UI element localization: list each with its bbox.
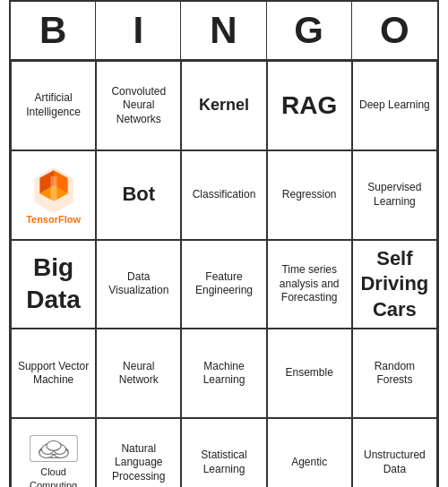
svg-rect-4 [50, 176, 56, 201]
bingo-card: BINGO Artificial IntelligenceConvoluted … [9, 0, 439, 487]
bingo-cell-r4c2: Statistical Learning [181, 418, 266, 487]
bingo-cell-r1c4: Supervised Learning [352, 150, 437, 240]
bingo-letter-b: B [11, 2, 96, 59]
bingo-cell-r1c3: Regression [267, 150, 352, 240]
bingo-cell-r3c0: Support Vector Machine [11, 329, 96, 418]
tensorflow-logo: TensorFlow [26, 166, 81, 225]
bingo-cell-r4c4: Unstructured Data [352, 418, 437, 487]
cell-text-r1c2: Classification [193, 188, 256, 202]
bingo-cell-r3c1: Neural Network [96, 329, 181, 418]
cloud-computing-text: CloudComputing [30, 466, 77, 487]
cell-text-r3c3: Ensemble [286, 366, 333, 380]
cell-text-r2c4: Self Driving Cars [358, 246, 431, 323]
bingo-cell-r2c3: Time series analysis and Forecasting [267, 240, 352, 329]
cell-text-r0c3: RAG [281, 90, 337, 122]
cell-text-r1c1: Bot [122, 182, 155, 208]
cell-text-r4c4: Unstructured Data [358, 449, 431, 476]
cell-text-r1c3: Regression [282, 188, 337, 202]
bingo-cell-r0c2: Kernel [181, 61, 266, 150]
bingo-cell-r3c4: Random Forests [352, 329, 437, 418]
cell-text-r3c0: Support Vector Machine [17, 360, 90, 388]
cell-text-r4c2: Statistical Learning [187, 449, 260, 476]
bingo-cell-r3c3: Ensemble [267, 329, 352, 418]
cell-text-r0c1: Convoluted Neural Networks [102, 85, 175, 127]
bingo-letter-n: N [181, 2, 266, 59]
cell-text-r2c3: Time series analysis and Forecasting [273, 263, 346, 305]
cell-text-r0c4: Deep Learning [359, 98, 430, 113]
bingo-cell-r1c0: TensorFlow [11, 150, 96, 240]
bingo-cell-r3c2: Machine Learning [181, 329, 266, 418]
bingo-cell-r1c2: Classification [181, 150, 266, 240]
cell-text-r2c0: Big Data [17, 252, 90, 317]
cell-text-r2c1: Data Visualization [102, 270, 175, 298]
bingo-cell-r4c1: Natural Language Processing [96, 418, 181, 487]
bingo-cell-r2c0: Big Data [11, 240, 96, 329]
cell-text-r3c4: Random Forests [358, 360, 431, 388]
bingo-cell-r0c4: Deep Learning [352, 61, 437, 150]
bingo-letter-i: I [96, 2, 181, 59]
bingo-cell-r2c2: Feature Engineering [181, 240, 266, 329]
bingo-cell-r0c0: Artificial Intelligence [11, 61, 96, 150]
bingo-cell-r2c1: Data Visualization [96, 240, 181, 329]
bingo-cell-r2c4: Self Driving Cars [352, 240, 437, 329]
cell-text-r3c2: Machine Learning [187, 360, 260, 388]
cell-text-r4c1: Natural Language Processing [102, 442, 175, 484]
bingo-cell-r0c3: RAG [267, 61, 352, 150]
bingo-cell-r4c0: CloudComputing [11, 418, 96, 487]
cloud-computing-cell: CloudComputing [30, 434, 78, 487]
bingo-cell-r1c1: Bot [96, 150, 181, 240]
bingo-cell-r0c1: Convoluted Neural Networks [96, 61, 181, 150]
cell-text-r3c1: Neural Network [102, 360, 175, 388]
cell-text-r1c4: Supervised Learning [358, 181, 431, 209]
cell-text-r0c2: Kernel [199, 95, 249, 115]
tensorflow-label: TensorFlow [26, 214, 81, 225]
bingo-cell-r4c3: Agentic [267, 418, 352, 487]
bingo-letter-g: G [267, 2, 352, 59]
bingo-letter-o: O [352, 2, 437, 59]
cell-text-r2c2: Feature Engineering [187, 270, 260, 298]
bingo-header: BINGO [11, 2, 437, 61]
cell-text-r0c0: Artificial Intelligence [17, 91, 90, 119]
cell-text-r4c3: Agentic [291, 456, 327, 470]
bingo-grid: Artificial IntelligenceConvoluted Neural… [11, 61, 437, 487]
svg-point-12 [46, 441, 60, 451]
